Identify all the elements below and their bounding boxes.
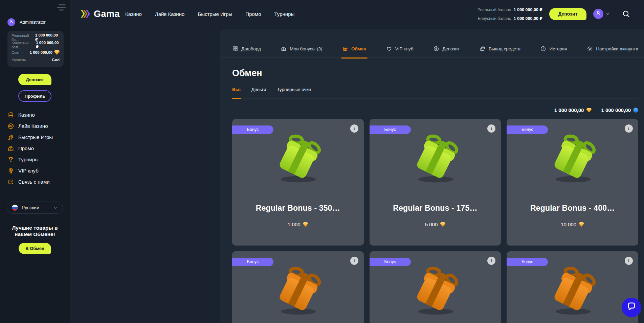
gift-image <box>409 132 461 185</box>
info-icon[interactable]: i <box>625 257 633 265</box>
sidebar-nav-label: Связь с нами <box>18 179 50 185</box>
bonus-price: 10 000 <box>507 222 638 227</box>
sidebar-nav-item[interactable]: Казино <box>0 109 70 120</box>
account-tab-label: Настройки аккаунта <box>596 46 638 51</box>
account-tab-label: VIP клуб <box>395 46 414 51</box>
chat-bubble-icon <box>626 302 637 313</box>
real-balance-label: Реальный баланс <box>478 7 511 12</box>
russia-flag-icon <box>12 205 18 211</box>
account-tab-label: История <box>549 46 567 51</box>
bonus-balance-label: Бонусный баланс <box>478 16 511 21</box>
sidebar-nav-item[interactable]: Связь с нами <box>0 176 70 187</box>
coin-gem-icon <box>440 222 445 227</box>
bonus-card[interactable]: Бонус i <box>232 251 364 323</box>
bonus-card[interactable]: Бонус i <box>370 251 501 323</box>
bonus-cards-grid: Бонус i Regular Bonus - 350… 1 000 Бонус… <box>232 119 638 323</box>
chevron-down-icon <box>53 205 58 210</box>
avatar <box>7 18 15 26</box>
header-nav-link[interactable]: Лайв Казино <box>155 11 185 17</box>
stat-label: Реальный ба... <box>12 33 35 42</box>
header-nav-link[interactable]: Промо <box>245 11 261 17</box>
deposit-icon <box>433 46 439 52</box>
bonus-badge: Бонус <box>507 125 548 134</box>
sidebar-nav: Казино Лайв Казино Быстрые Игры Промо Ту… <box>0 109 70 187</box>
fast-games-icon <box>7 134 14 141</box>
balance-stat-row: Уровень God <box>12 56 60 64</box>
exchange-filters: ВсеДеньгиТурнирные очки <box>232 87 638 99</box>
shop-balance: 1 000 000,00 <box>601 107 638 113</box>
header-balances: Реальный баланс 1 000 000,00 ₽ Бонусный … <box>476 7 542 21</box>
bonus-title: Regular Bonus - 400… <box>507 204 638 213</box>
account-menu[interactable] <box>593 9 610 19</box>
sidebar-user[interactable]: Administrator <box>0 0 70 26</box>
stat-label: Coin <box>12 50 19 54</box>
logo[interactable]: Gama <box>80 8 120 19</box>
sidebar-nav-label: Казино <box>18 112 35 118</box>
account-tab[interactable]: Настройки аккаунта <box>587 40 638 58</box>
exchange-filter-tab[interactable]: Все <box>232 87 241 92</box>
real-balance-value: 1 000 000,00 ₽ <box>514 7 542 12</box>
account-tab[interactable]: История <box>540 40 567 58</box>
live-chat-button[interactable] <box>622 298 641 317</box>
account-tab[interactable]: Обмен <box>342 40 366 58</box>
header-nav-link[interactable]: Казино <box>125 11 142 17</box>
header-deposit-button[interactable]: Депозит <box>549 8 586 20</box>
bonus-card[interactable]: Бонус i Regular Bonus - 400… 10 000 <box>507 119 638 246</box>
bonus-card[interactable]: Бонус i Regular Bonus - 175… 5 000 <box>370 119 501 246</box>
bonus-card[interactable]: Бонус i <box>507 251 638 323</box>
gem-icon <box>586 108 592 113</box>
stat-label: Уровень <box>12 58 26 62</box>
account-tab[interactable]: VIP клуб <box>386 40 414 58</box>
page-title: Обмен <box>232 68 638 78</box>
account-tab[interactable]: Дашборд <box>232 40 261 58</box>
bonus-card[interactable]: Бонус i Regular Bonus - 350… 1 000 <box>232 119 364 246</box>
exchange-filter-tab[interactable]: Деньги <box>251 87 266 92</box>
history-icon <box>540 46 546 52</box>
top-header: Gama КазиноЛайв КазиноБыстрые ИгрыПромоТ… <box>70 0 644 28</box>
account-tab-label: Вывод средств <box>489 46 520 51</box>
account-tab[interactable]: Мои бонусы (3) <box>281 40 322 58</box>
logo-text: Gama <box>94 9 120 19</box>
balance-summary-card: Реальный ба... 1 000 000,00 ₽ Бонусный б… <box>7 31 64 67</box>
gift-image <box>272 132 324 185</box>
stat-label: Бонусный бал... <box>12 41 36 49</box>
bonus-price: 5 000 <box>370 222 501 227</box>
info-icon[interactable]: i <box>487 124 495 133</box>
bonuses-icon <box>281 46 287 52</box>
sidebar-nav-item[interactable]: Быстрые Игры <box>0 132 70 143</box>
sidebar-nav-item[interactable]: Лайв Казино <box>0 120 70 132</box>
bonus-badge: Бонус <box>370 258 411 266</box>
sidebar-nav-item[interactable]: Промо <box>0 143 70 154</box>
header-nav-link[interactable]: Турниры <box>274 11 294 17</box>
search-icon[interactable] <box>622 10 630 18</box>
hamburger-menu-icon[interactable] <box>57 4 66 10</box>
go-to-exchange-button[interactable]: В Обмен <box>19 243 51 254</box>
info-icon[interactable]: i <box>350 124 358 133</box>
sidebar-nav-item[interactable]: Турниры <box>0 154 70 165</box>
sidebar-nav-label: Лайв Казино <box>18 123 48 129</box>
info-icon[interactable]: i <box>350 257 358 265</box>
balance-stat-row: Бонусный бал... 1 000 000,00 ₽ <box>12 41 60 49</box>
language-label: Русский <box>22 205 49 210</box>
sidebar-profile-button[interactable]: Профиль <box>18 90 51 102</box>
info-icon[interactable]: i <box>625 124 633 133</box>
stat-value: 1 000 000,00 <box>30 50 60 55</box>
gift-image <box>272 264 324 317</box>
sidebar-nav-item[interactable]: VIP клуб <box>0 165 70 176</box>
sidebar-deposit-button[interactable]: Депозит <box>18 74 51 85</box>
language-selector[interactable]: Русский <box>7 202 63 214</box>
account-tab[interactable]: Вывод средств <box>480 40 520 58</box>
info-icon[interactable]: i <box>487 257 495 265</box>
user-name: Administrator <box>20 20 46 25</box>
account-tab[interactable]: Депозит <box>433 40 460 58</box>
header-nav: КазиноЛайв КазиноБыстрые ИгрыПромоТурнир… <box>125 11 294 17</box>
sidebar-nav-label: VIP клуб <box>18 168 39 174</box>
header-nav-link[interactable]: Быстрые Игры <box>198 11 232 17</box>
account-tab-label: Обмен <box>351 46 366 51</box>
bonus-badge: Бонус <box>370 125 411 134</box>
balance-stat-row: Coin 1 000 000,00 <box>12 49 60 56</box>
stat-value: 1 000 000,00 ₽ <box>36 41 60 49</box>
exchange-filter-tab[interactable]: Турнирные очки <box>277 87 311 92</box>
tournaments-icon <box>7 156 14 163</box>
account-panel: Дашборд Мои бонусы (3) Обмен VIP клуб Де… <box>220 29 644 323</box>
